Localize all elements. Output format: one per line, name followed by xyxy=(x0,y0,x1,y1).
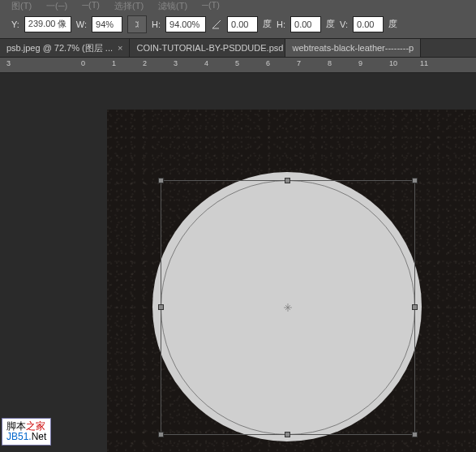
canvas-area xyxy=(0,73,476,452)
ruler-tick: 1 xyxy=(112,59,116,67)
skew-h-label: H: xyxy=(277,19,285,29)
watermark-text: JB51. xyxy=(6,431,32,442)
menu-item[interactable]: 滤镜(T) xyxy=(158,0,187,10)
transform-handle[interactable] xyxy=(158,304,164,310)
document-tab[interactable]: webtreats-black-leather--------p xyxy=(285,39,421,57)
ruler-tick: 4 xyxy=(204,59,208,67)
document-tab[interactable]: psb.jpeg @ 72.7% (图层 ... × xyxy=(0,39,130,57)
transform-handle[interactable] xyxy=(285,432,290,437)
transform-center-icon[interactable] xyxy=(284,303,292,312)
document-tabs: psb.jpeg @ 72.7% (图层 ... × COIN-TUTORIAL… xyxy=(0,38,476,58)
horizontal-ruler: 3 0 1 2 3 4 5 6 7 8 9 10 11 xyxy=(0,58,476,73)
angle-input[interactable] xyxy=(227,16,258,32)
height-input[interactable] xyxy=(165,16,206,32)
free-transform-bounding-box[interactable] xyxy=(161,180,415,435)
h-label: H: xyxy=(152,19,161,29)
close-icon[interactable]: × xyxy=(118,43,122,53)
skew-v-input[interactable] xyxy=(353,16,384,32)
menu-item[interactable]: ─(T) xyxy=(82,0,100,10)
ruler-tick: 11 xyxy=(420,59,428,67)
transform-handle[interactable] xyxy=(285,178,290,183)
watermark: 脚本之家 JB51.Net xyxy=(2,418,51,446)
skew-h-input[interactable] xyxy=(290,16,321,32)
skew-h-unit: 度 xyxy=(326,18,335,30)
ruler-tick: 3 xyxy=(174,59,178,67)
transform-handle[interactable] xyxy=(158,178,164,183)
transform-handle[interactable] xyxy=(412,304,418,310)
ruler-tick: 6 xyxy=(266,59,270,67)
ruler-tick: 5 xyxy=(235,59,239,67)
y-label: Y: xyxy=(11,19,19,29)
ruler-tick: 8 xyxy=(328,59,332,67)
transform-handle[interactable] xyxy=(412,432,418,437)
ruler-tick: 0 xyxy=(81,59,85,67)
watermark-text: 之家 xyxy=(26,420,45,432)
width-input[interactable] xyxy=(92,16,122,32)
angle-unit: 度 xyxy=(263,18,272,30)
document-tab[interactable]: COIN-TUTORIAL-BY-PSDDUDE.psd × xyxy=(130,39,285,57)
tab-label: psb.jpeg @ 72.7% (图层 ... xyxy=(6,42,113,54)
ruler-tick: 9 xyxy=(358,59,362,67)
menu-item[interactable]: ─(T) xyxy=(202,0,220,10)
skew-v-unit: 度 xyxy=(388,18,397,30)
watermark-text: 脚本 xyxy=(6,420,26,432)
y-input[interactable] xyxy=(24,16,71,32)
maintain-aspect-button[interactable] xyxy=(127,15,147,33)
tab-label: webtreats-black-leather--------p xyxy=(292,43,414,53)
menu-item[interactable]: 选择(T) xyxy=(114,0,144,10)
menu-item[interactable]: 图(T) xyxy=(11,0,32,10)
w-label: W: xyxy=(76,19,87,29)
link-icon xyxy=(132,19,142,29)
transform-handle[interactable] xyxy=(412,178,418,183)
ruler-tick: 2 xyxy=(143,59,147,67)
tab-label: COIN-TUTORIAL-BY-PSDDUDE.psd xyxy=(136,43,283,53)
menu-item[interactable]: 一(─) xyxy=(46,0,67,10)
ruler-tick: 3 xyxy=(6,59,11,67)
menu-bar: 图(T) 一(─) ─(T) 选择(T) 滤镜(T) ─(T) xyxy=(0,0,476,10)
skew-v-label: V: xyxy=(340,19,348,29)
ruler-tick: 10 xyxy=(389,59,397,67)
transform-handle[interactable] xyxy=(158,432,164,437)
transform-options-bar: Y: W: H: 度 H: 度 V: 度 xyxy=(0,10,476,38)
document-canvas[interactable] xyxy=(107,110,476,452)
angle-icon xyxy=(211,19,222,30)
watermark-text: Net xyxy=(32,431,47,442)
ruler-tick: 7 xyxy=(297,59,301,67)
